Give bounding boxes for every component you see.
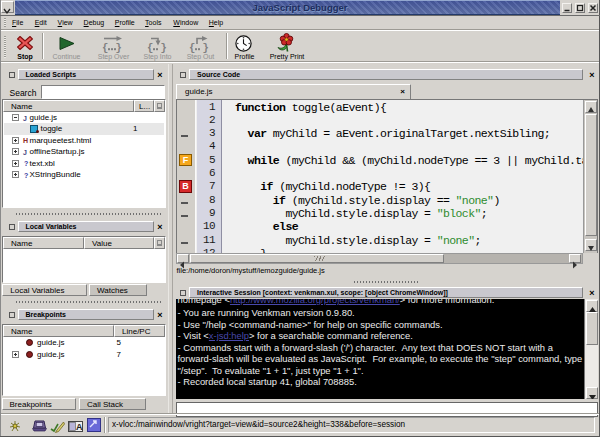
svg-text:{: { (189, 42, 195, 53)
svg-text:}: } (203, 42, 209, 53)
svg-text:{: { (147, 42, 153, 53)
svg-text:}: } (161, 42, 167, 53)
svg-text:}: } (116, 42, 122, 53)
svg-text:A: A (76, 422, 83, 432)
svg-text:{: { (102, 42, 108, 53)
